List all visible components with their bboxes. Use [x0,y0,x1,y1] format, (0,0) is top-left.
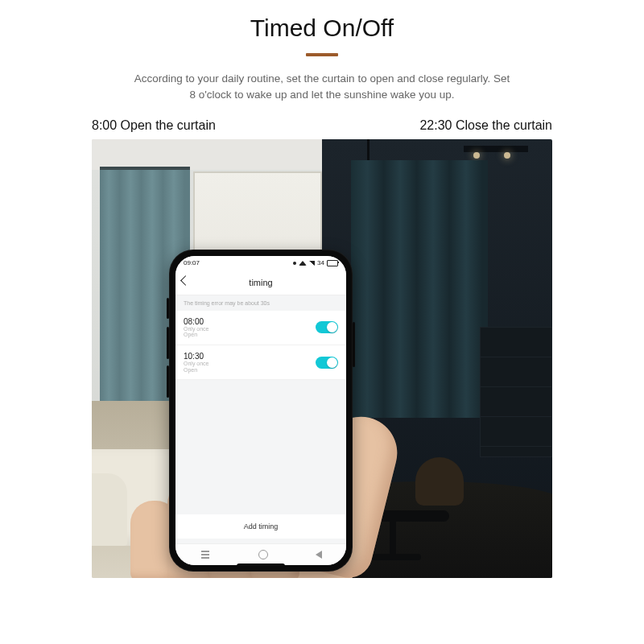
app-bar: timing [175,270,346,295]
timer-repeat: Only once [184,326,209,332]
page-title: Timed On/Off [0,14,644,42]
timer-action: Open [184,367,209,374]
title-underline [306,53,338,56]
timer-repeat: Only once [184,361,209,367]
battery-percent: 34 [317,259,324,266]
timer-time: 08:00 [184,317,209,326]
phone-frame: 09:07 34 timing The timing error may be … [169,250,353,572]
bluetooth-icon [293,262,296,265]
timer-time: 10:30 [184,352,209,361]
scene-open-label: 8:00 Open the curtain [92,118,216,133]
home-icon[interactable] [258,550,268,559]
timer-row[interactable]: 08:00 Only once Open [175,311,346,345]
status-time: 09:07 [184,259,200,266]
timer-row[interactable]: 10:30 Only once Open [175,345,346,380]
back-icon[interactable] [180,275,191,286]
status-bar: 09:07 34 [175,256,346,270]
room-illustration: 09:07 34 timing The timing error may be … [92,139,552,578]
timer-toggle[interactable] [316,357,338,369]
app-bar-title: timing [249,278,272,287]
timer-list: 08:00 Only once Open 10:30 Only once Ope… [175,311,346,381]
scene-labels: 8:00 Open the curtain 22:30 Close the cu… [92,118,552,133]
timer-action: Open [184,332,209,338]
back-nav-icon[interactable] [316,551,322,559]
add-timing-button[interactable]: Add timing [175,510,346,543]
status-icons: 34 [293,259,338,266]
timer-toggle[interactable] [316,321,338,333]
scene-close-label: 22:30 Close the curtain [419,118,552,133]
app-screen: 09:07 34 timing The timing error may be … [175,256,346,565]
marketing-header: Timed On/Off According to your daily rou… [0,0,644,104]
timing-notice: The timing error may be about 30s [175,295,346,311]
signal-icon [309,261,315,266]
phone-home-button [237,564,285,568]
wifi-icon [299,261,307,266]
recents-icon[interactable] [200,551,211,559]
room-night [322,139,552,578]
battery-icon [327,260,338,266]
android-nav-bar [175,543,346,565]
page-description: According to your daily routine, set the… [133,71,511,104]
